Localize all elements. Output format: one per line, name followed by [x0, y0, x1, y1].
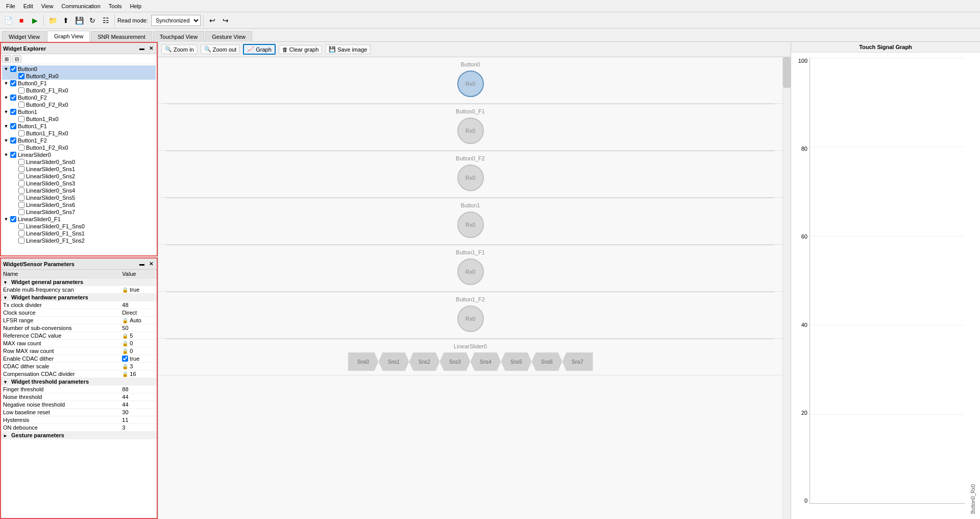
check-button0-f1-rx0[interactable]	[18, 87, 24, 93]
widget-explorer-close[interactable]: ✕	[148, 45, 155, 51]
check-button1-f2[interactable]	[10, 137, 16, 144]
tree-item-ls0-f1-sns0[interactable]: LinearSlider0_F1_Sns0	[2, 223, 156, 230]
param-cdacdither-checkbox[interactable]	[122, 356, 128, 362]
check-ls0-sns2[interactable]	[18, 173, 24, 179]
check-button0-f1[interactable]	[10, 80, 16, 86]
check-button1-f1[interactable]	[10, 123, 16, 129]
collapse-gesture[interactable]: ►	[3, 433, 8, 438]
menu-file[interactable]: File	[2, 2, 19, 10]
graph-button[interactable]: 📈 Graph	[243, 44, 276, 55]
button1-f2-rx0-circle[interactable]: Rx0	[457, 305, 484, 332]
check-ls0-f1-sns2[interactable]	[18, 238, 24, 244]
check-ls0-sns0[interactable]	[18, 159, 24, 165]
new-button[interactable]: 📄	[2, 14, 14, 27]
widget-tree[interactable]: ▼ Button0 Button0_Rx0 ▼ Button0_F1	[1, 64, 157, 255]
tree-item-button0-f2[interactable]: ▼ Button0_F2	[2, 94, 156, 101]
tree-expand-all[interactable]: ⊞	[2, 55, 11, 63]
redo-button[interactable]: ↪	[219, 14, 232, 27]
tree-item-ls0-sns6[interactable]: LinearSlider0_Sns6	[2, 201, 156, 208]
expand-button1-f1[interactable]: ▼	[3, 123, 9, 129]
menu-edit[interactable]: Edit	[19, 2, 37, 10]
check-ls0-sns1[interactable]	[18, 166, 24, 172]
check-button1-f2-rx0[interactable]	[18, 145, 24, 151]
widget-view-area[interactable]: Button0 Rx0 Button0_F1 Rx0	[158, 57, 782, 519]
clear-graph-button[interactable]: 🗑 Clear graph	[279, 45, 322, 54]
center-scrollbar[interactable]	[782, 57, 791, 519]
check-button1-f1-rx0[interactable]	[18, 130, 24, 136]
button1-f1-rx0-circle[interactable]: Rx0	[457, 258, 484, 285]
menu-help[interactable]: Help	[126, 2, 145, 10]
expand-linearslider0-f1[interactable]: ▼	[3, 216, 9, 222]
button0-f2-rx0-circle[interactable]: Rx0	[457, 164, 484, 191]
tree-item-button1-f2[interactable]: ▼ Button1_F2	[2, 137, 156, 144]
menu-communication[interactable]: Communication	[57, 2, 104, 10]
slider-sns7[interactable]: Sns7	[562, 352, 593, 371]
grid-button[interactable]: ☷	[100, 14, 112, 27]
check-ls0-sns5[interactable]	[18, 195, 24, 201]
collapse-hardware[interactable]: ▼	[3, 295, 8, 300]
expand-linearslider0[interactable]: ▼	[3, 152, 9, 158]
tree-item-ls0-sns7[interactable]: LinearSlider0_Sns7	[2, 208, 156, 216]
check-button1[interactable]	[10, 109, 16, 115]
expand-button0[interactable]: ▼	[3, 66, 9, 72]
check-button0-rx0[interactable]	[18, 73, 24, 79]
tree-item-ls0-sns2[interactable]: LinearSlider0_Sns2	[2, 173, 156, 180]
tree-item-linearslider0-f1[interactable]: ▼ LinearSlider0_F1	[2, 216, 156, 223]
tab-widget-view[interactable]: Widget View	[2, 31, 46, 42]
tree-item-ls0-sns4[interactable]: LinearSlider0_Sns4	[2, 187, 156, 194]
expand-button1-f2[interactable]: ▼	[3, 137, 9, 144]
tree-item-ls0-sns0[interactable]: LinearSlider0_Sns0	[2, 158, 156, 166]
tree-item-button1-f2-rx0[interactable]: Button1_F2_Rx0	[2, 144, 156, 151]
params-minimize[interactable]: ▬	[138, 261, 146, 267]
zoom-out-button[interactable]: 🔍 Zoom out	[201, 44, 240, 54]
collapse-general[interactable]: ▼	[3, 280, 8, 285]
read-mode-select[interactable]: Synchronized Manual Continuous	[151, 15, 201, 26]
tree-item-button0-f1-rx0[interactable]: Button0_F1_Rx0	[2, 87, 156, 94]
check-ls0-sns4[interactable]	[18, 187, 24, 194]
slider-sns0[interactable]: Sns0	[348, 352, 379, 371]
tree-item-ls0-f1-sns2[interactable]: LinearSlider0_F1_Sns2	[2, 237, 156, 244]
tree-item-button1-f1[interactable]: ▼ Button1_F1	[2, 123, 156, 130]
tree-item-ls0-sns3[interactable]: LinearSlider0_Sns3	[2, 180, 156, 187]
params-close[interactable]: ✕	[148, 261, 155, 267]
tab-gesture-view[interactable]: Gesture View	[205, 31, 252, 42]
tree-collapse-all[interactable]: ⊟	[12, 55, 21, 63]
slider-sns1[interactable]: Sns1	[379, 352, 409, 371]
tree-item-button0-rx0[interactable]: Button0_Rx0	[2, 73, 156, 80]
tree-item-button1-f1-rx0[interactable]: Button1_F1_Rx0	[2, 130, 156, 137]
collapse-threshold[interactable]: ▼	[3, 380, 8, 385]
tree-item-button0-f2-rx0[interactable]: Button0_F2_Rx0	[2, 101, 156, 108]
tab-snr-measurement[interactable]: SNR Measurement	[91, 31, 152, 42]
save-image-button[interactable]: 💾 Save image	[325, 44, 371, 54]
check-button0-f2-rx0[interactable]	[18, 102, 24, 108]
button0-rx0-circle[interactable]: Rx0	[457, 70, 484, 97]
zoom-in-button[interactable]: 🔍 Zoom in	[161, 44, 198, 54]
slider-sns3[interactable]: Sns3	[440, 352, 471, 371]
check-button0[interactable]	[10, 66, 16, 72]
slider-sns5[interactable]: Sns5	[501, 352, 532, 371]
refresh-button[interactable]: ↻	[86, 14, 99, 27]
up-button[interactable]: ⬆	[60, 14, 72, 27]
slider-sns4[interactable]: Sns4	[471, 352, 501, 371]
tree-item-button0-f1[interactable]: ▼ Button0_F1	[2, 80, 156, 87]
expand-button0-f2[interactable]: ▼	[3, 95, 9, 101]
check-button1-rx0[interactable]	[18, 116, 24, 122]
slider-sns2[interactable]: Sns2	[409, 352, 440, 371]
expand-button0-f1[interactable]: ▼	[3, 80, 9, 86]
tree-item-ls0-sns5[interactable]: LinearSlider0_Sns5	[2, 194, 156, 201]
tree-item-button1[interactable]: ▼ Button1	[2, 108, 156, 115]
tree-item-button0[interactable]: ▼ Button0	[2, 65, 156, 73]
scrollbar-thumb[interactable]	[783, 57, 791, 88]
button0-f1-rx0-circle[interactable]: Rx0	[457, 117, 484, 144]
undo-button[interactable]: ↩	[206, 14, 218, 27]
tab-graph-view[interactable]: Graph View	[47, 31, 90, 42]
slider-sns6[interactable]: Sns6	[532, 352, 562, 371]
menu-tools[interactable]: Tools	[105, 2, 126, 10]
tree-item-linearslider0[interactable]: ▼ LinearSlider0	[2, 151, 156, 158]
check-ls0-sns3[interactable]	[18, 180, 24, 186]
menu-view[interactable]: View	[37, 2, 58, 10]
tab-touchpad-view[interactable]: Touchpad View	[153, 31, 204, 42]
tree-item-ls0-f1-sns1[interactable]: LinearSlider0_F1_Sns1	[2, 230, 156, 237]
check-ls0-sns7[interactable]	[18, 209, 24, 215]
open-button[interactable]: 📁	[46, 14, 59, 27]
